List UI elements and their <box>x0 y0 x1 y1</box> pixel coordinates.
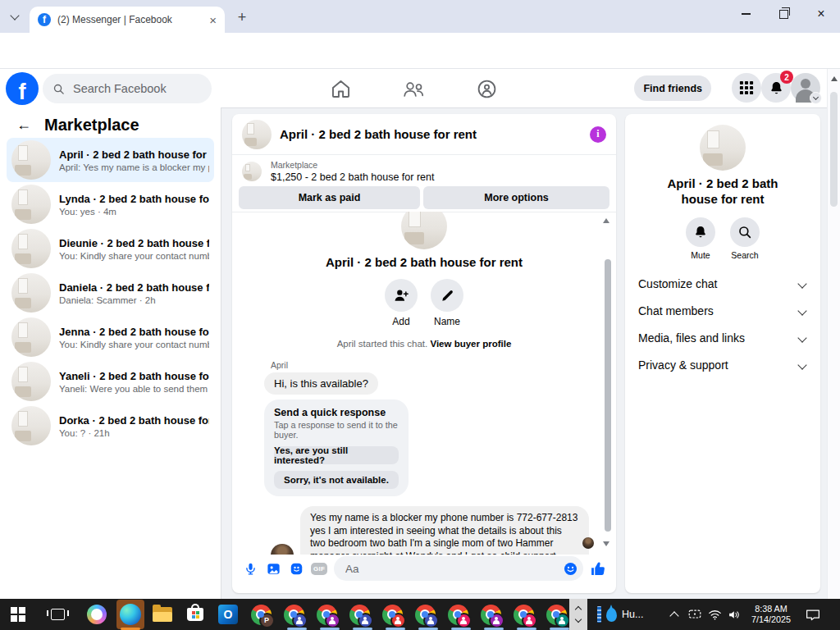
details-avatar[interactable] <box>700 125 746 171</box>
weather-widget[interactable]: Hu... <box>597 599 643 630</box>
open-window-underline <box>418 628 438 630</box>
chrome-profile-6-button[interactable] <box>413 603 436 626</box>
new-tab-button[interactable]: + <box>233 8 251 26</box>
conversation-item-daniela[interactable]: Daniela · 2 bed 2 bath house for re...Da… <box>7 271 214 315</box>
conversation-item-dieunie[interactable]: Dieunie · 2 bed 2 bath house for r...You… <box>7 226 214 271</box>
tab-search-icon[interactable] <box>8 10 21 23</box>
chevron-down-icon <box>797 360 806 369</box>
page-scrollbar-thumb[interactable] <box>830 92 838 207</box>
voice-clip-button[interactable] <box>242 560 258 577</box>
back-arrow-icon[interactable]: ← <box>16 116 31 134</box>
scroll-up-icon[interactable] <box>575 606 582 613</box>
facebook-logo-icon[interactable]: f <box>6 72 39 105</box>
friends-tab[interactable] <box>399 76 428 101</box>
emoji-icon[interactable] <box>563 561 578 577</box>
mute-button[interactable]: Mute <box>686 217 715 260</box>
intro-avatar[interactable] <box>401 212 447 249</box>
scroll-up-icon[interactable] <box>831 76 838 81</box>
section-customize-chat[interactable]: Customize chat <box>625 270 820 297</box>
quick-response-option-2[interactable]: Sorry, it's not available. <box>274 471 399 489</box>
message-input-pill[interactable] <box>334 556 583 581</box>
search-input[interactable] <box>71 81 189 96</box>
conversation-snippet: You: ? · 21h <box>59 428 209 438</box>
gif-button[interactable]: GIF <box>311 560 327 577</box>
profile-badge-icon <box>292 613 308 628</box>
sender-avatar[interactable] <box>271 544 294 555</box>
like-button[interactable] <box>590 560 606 577</box>
start-button[interactable] <box>7 603 30 626</box>
home-tab[interactable] <box>326 76 355 101</box>
search-icon <box>52 83 65 95</box>
copilot-button[interactable] <box>85 603 108 626</box>
outlook-button[interactable]: O <box>217 603 240 626</box>
chrome-profile-3-button[interactable] <box>315 603 338 626</box>
info-icon[interactable]: i <box>590 126 606 143</box>
tray-expand-button[interactable] <box>666 599 682 630</box>
groups-tab[interactable] <box>472 76 501 101</box>
chat-scrollbar-thumb[interactable] <box>605 259 611 532</box>
name-chat-button[interactable]: Name <box>431 279 463 327</box>
apps-menu-button[interactable] <box>732 73 761 103</box>
conversation-item-lynda[interactable]: Lynda · 2 bed 2 bath house for rentYou: … <box>7 182 214 226</box>
browser-tabstrip: f (2) Messenger | Facebook × + × <box>0 0 840 33</box>
chrome-profile-10-button[interactable] <box>545 603 568 626</box>
conversation-item-yaneli[interactable]: Yaneli · 2 bed 2 bath house for rentYane… <box>7 359 214 404</box>
page-scrollbar[interactable] <box>827 69 840 599</box>
window-minimize-button[interactable] <box>727 0 765 28</box>
notifications-button[interactable]: 2 <box>761 73 791 103</box>
sticker-button[interactable] <box>288 560 304 577</box>
chrome-profile-1-button[interactable]: P <box>249 603 272 626</box>
conversation-title: Jenna · 2 bed 2 bath house for rent <box>59 326 209 338</box>
composer: GIF <box>232 555 616 593</box>
taskbar-overflow-scroll[interactable] <box>569 599 587 630</box>
thumbs-up-icon <box>590 560 606 578</box>
open-window-underline <box>386 628 405 630</box>
add-member-button[interactable]: Add <box>385 279 418 327</box>
facebook-search[interactable] <box>43 74 212 103</box>
view-buyer-profile-link[interactable]: View buyer profile <box>430 339 511 349</box>
edge-button[interactable] <box>119 603 142 626</box>
chat-title[interactable]: April · 2 bed 2 bath house for rent <box>280 127 582 141</box>
chrome-profile-4-button[interactable] <box>348 603 371 626</box>
attach-image-button[interactable] <box>265 560 281 577</box>
chat-scroll-down-icon[interactable] <box>603 541 609 546</box>
wifi-button[interactable] <box>705 599 724 630</box>
chrome-icon: P <box>251 605 272 625</box>
microsoft-store-button[interactable] <box>184 603 207 626</box>
chrome-icon <box>448 605 468 625</box>
conversation-title: April · 2 bed 2 bath house for rent <box>59 148 209 161</box>
file-explorer-button[interactable] <box>151 603 174 626</box>
chrome-profile-8-button[interactable] <box>479 603 502 626</box>
tray-cast-button[interactable] <box>686 599 704 630</box>
chat-scroll-up-icon[interactable] <box>603 218 609 223</box>
window-close-button[interactable]: × <box>802 0 840 28</box>
more-options-button[interactable]: More options <box>423 186 609 209</box>
conversation-item-dorka[interactable]: Dorka · 2 bed 2 bath house for rentYou: … <box>7 404 214 448</box>
quick-response-option-1[interactable]: Yes, are you still interested? <box>274 446 399 464</box>
volume-button[interactable] <box>725 599 743 630</box>
chrome-profile-5-button[interactable] <box>381 603 404 626</box>
conversation-item-jenna[interactable]: Jenna · 2 bed 2 bath house for rentYou: … <box>7 315 214 359</box>
notification-center-button[interactable] <box>802 599 824 630</box>
task-view-button[interactable] <box>46 603 69 626</box>
section-media-files-links[interactable]: Media, files and links <box>625 324 820 351</box>
mark-as-paid-button[interactable]: Mark as paid <box>239 186 420 209</box>
find-friends-button[interactable]: Find friends <box>634 75 711 101</box>
listing-avatar <box>11 273 51 313</box>
section-chat-members[interactable]: Chat members <box>625 297 820 324</box>
browser-tab[interactable]: f (2) Messenger | Facebook × <box>30 7 225 33</box>
clock[interactable]: 8:38 AM 7/14/2025 <box>745 599 797 630</box>
search-in-chat-button[interactable]: Search <box>730 217 760 260</box>
chat-avatar[interactable] <box>242 120 272 149</box>
window-restore-button[interactable] <box>765 0 802 28</box>
chevron-down-icon <box>797 279 806 288</box>
conversation-item-april[interactable]: April · 2 bed 2 bath house for rentApril… <box>7 138 214 182</box>
chrome-profile-9-button[interactable] <box>512 603 535 626</box>
scroll-down-icon[interactable] <box>575 616 582 623</box>
section-privacy-support[interactable]: Privacy & support <box>625 351 820 378</box>
chrome-profile-7-button[interactable] <box>446 603 469 626</box>
message-input[interactable] <box>344 562 563 576</box>
tab-close-icon[interactable]: × <box>209 13 217 27</box>
chrome-profile-2-button[interactable] <box>282 603 305 626</box>
account-avatar[interactable] <box>791 73 820 103</box>
